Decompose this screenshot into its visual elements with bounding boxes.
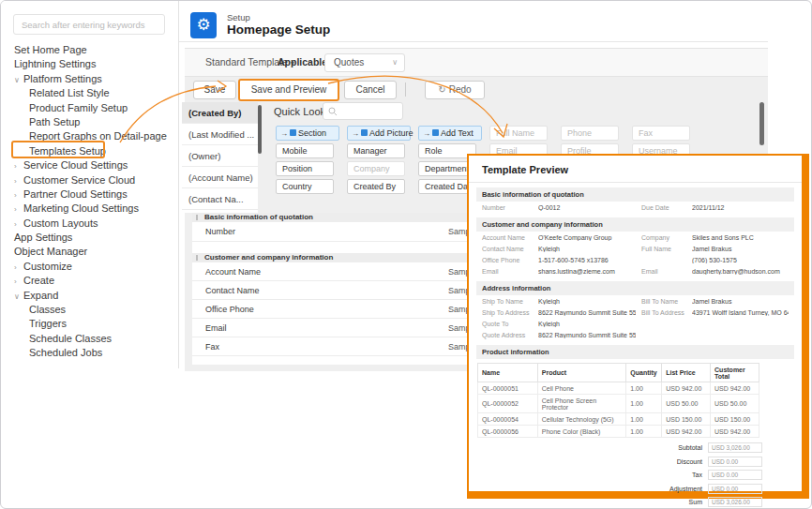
preview-row: Number Q-0012 Due Date 2021/11/12 [476, 202, 794, 213]
drag-handle-icon[interactable] [196, 255, 198, 261]
total-value: USD 0.00 [708, 484, 762, 494]
arrow-right-icon: → [280, 129, 288, 138]
preview-row: Contact Name Kyleigh Full Name Jamel Bra… [476, 243, 794, 254]
cell: QL-0000052 [478, 395, 538, 413]
field-list: (Created By) (Last Modified ... (Owner) … [182, 102, 258, 213]
sidebar-item-partner-cloud-settings[interactable]: ›Partner Cloud Settings [1, 187, 178, 202]
table-row: QL-0000054 Cellular Technology (5G) 1.00… [478, 413, 759, 426]
sidebar-item-lightning-settings[interactable]: Lightning Settings [1, 57, 178, 71]
sidebar-item-classes[interactable]: Classes [1, 303, 178, 317]
add-picture-button[interactable]: →Add Picture [347, 126, 411, 141]
sidebar-item-service-cloud-settings[interactable]: ›Service Cloud Settings [1, 158, 178, 172]
cell: QL-0000056 [478, 426, 538, 438]
page-title: Homepage Setup [227, 22, 330, 37]
field-list-item-owner[interactable]: (Owner) [182, 145, 258, 167]
chevron-right-icon: › [14, 261, 23, 275]
field-chip-fax[interactable]: Fax [632, 126, 690, 141]
column-header: Product [537, 364, 626, 382]
field-list-item-account-name[interactable]: (Account Name) [182, 167, 258, 188]
sidebar-item-scheduled-jobs[interactable]: Scheduled Jobs [1, 346, 178, 360]
sidebar-item-templates-setup[interactable]: Templates Setup [1, 144, 178, 158]
sidebar-item-custom-layouts[interactable]: ›Custom Layouts [1, 217, 178, 231]
app-window: Set Home Page Lightning Settings ∨Platfo… [0, 0, 812, 509]
field-value: shans.lustina@zieme.com [538, 268, 636, 275]
preview-row: Quote Address 8622 Raymundo Summit Suite… [476, 329, 794, 340]
sidebar-item-set-home-page[interactable]: Set Home Page [1, 43, 178, 57]
chevron-down-icon: ∨ [14, 290, 23, 304]
arrow-right-icon: → [423, 129, 430, 138]
field-value: 1-517-600-5745 x13786 [538, 257, 636, 263]
sidebar-item-triggers[interactable]: Triggers [1, 317, 178, 331]
block-icon [361, 129, 368, 136]
save-button[interactable]: Save [193, 81, 236, 99]
toolbar-divider [405, 82, 406, 97]
field-value: daugherty.barry@hudson.com [692, 268, 789, 275]
save-and-preview-button[interactable]: Save and Preview [238, 79, 339, 101]
field-value: Kyleigh [538, 246, 636, 252]
field-list-item-created-by[interactable]: (Created By) [182, 102, 258, 124]
field-chip-company[interactable]: Company [347, 161, 405, 176]
sidebar-item-platform-settings[interactable]: ∨Platform Settings [1, 72, 178, 86]
chevron-down-icon: ∨ [14, 73, 23, 87]
sidebar-item-expand[interactable]: ∨Expand [1, 289, 178, 303]
field-list-item-last-modified[interactable]: (Last Modified ... [182, 124, 258, 145]
redo-icon: ↻ [438, 84, 445, 95]
sidebar-item-customer-service-cloud[interactable]: ›Customer Service Cloud [1, 173, 178, 187]
select-chevron-icon: ∨ [392, 54, 398, 71]
sidebar-item-create[interactable]: ›Create [1, 274, 178, 288]
total-value: USD 0.00 [708, 457, 762, 467]
sidebar-item-related-list-style[interactable]: Related List Style [1, 86, 178, 100]
preview-row: Account Name O'Keefe Company Group Compa… [476, 232, 794, 243]
sidebar-item-schedule-classes[interactable]: Schedule Classes [1, 332, 178, 346]
sidebar-item-product-family-setup[interactable]: Product Family Setup [1, 101, 178, 115]
field-list-scrollbar-thumb[interactable] [258, 105, 262, 154]
field-label: Ship To Address [482, 309, 538, 316]
header-eyebrow: Setup [227, 12, 250, 22]
cancel-button[interactable]: Cancel [344, 81, 397, 99]
quick-look-search-input[interactable] [323, 102, 403, 120]
sidebar-item-path-setup[interactable]: Path Setup [1, 115, 178, 129]
sidebar-item-report-graphs[interactable]: Report Graphs on Detail-page [1, 129, 178, 143]
field-chip-manager[interactable]: Manager [347, 143, 405, 158]
chevron-right-icon: › [14, 188, 23, 202]
applicable-object-select[interactable]: Quotes∨ [324, 53, 405, 72]
cell: USD 942.00 [662, 382, 711, 395]
cell: Cell Phone Screen Protector [537, 395, 626, 413]
total-label: Sum [689, 499, 702, 505]
sidebar-search-input[interactable] [13, 14, 165, 35]
field-chip-phone[interactable]: Phone [561, 126, 619, 141]
total-value: USD 0.00 [708, 470, 762, 480]
cell: USD 942.00 [711, 382, 759, 395]
product-table: Name Product Quantity List Price Custome… [477, 363, 759, 438]
sidebar-item-marketing-cloud-settings[interactable]: ›Marketing Cloud Settings [1, 202, 178, 216]
field-label: Number [482, 204, 538, 211]
sidebar-item-app-settings[interactable]: App Settings [1, 231, 178, 245]
cell: 1.00 [626, 426, 662, 438]
field-label: Bill To Name [641, 298, 692, 305]
sidebar-item-customize[interactable]: ›Customize [1, 260, 178, 274]
sidebar-nav: Set Home Page Lightning Settings ∨Platfo… [1, 43, 178, 361]
add-section-button[interactable]: →Section [276, 126, 339, 141]
drag-handle-icon[interactable] [196, 215, 198, 220]
field-chip-mobile[interactable]: Mobile [276, 143, 334, 158]
field-label: Contact Name [482, 246, 538, 252]
field-chip-position[interactable]: Position [276, 161, 334, 176]
main-scrollbar-thumb[interactable] [759, 102, 764, 145]
preview-row: Email shans.lustina@zieme.com Email daug… [476, 265, 794, 277]
preview-section-basic: Basic information of quotation [476, 187, 794, 202]
arrow-right-icon: → [352, 129, 359, 138]
field-value: 8622 Raymundo Summit Suite 554 Greybull,… [538, 332, 636, 338]
field-list-item-contact-name[interactable]: (Contact Na... [182, 188, 258, 210]
total-value: USD 3,026.00 [708, 497, 762, 507]
add-text-button[interactable]: →Add Text [418, 126, 482, 141]
field-chip-country[interactable]: Country [276, 179, 334, 194]
redo-button[interactable]: ↻Redo [425, 81, 485, 99]
field-chip-full-name[interactable]: Full Name [489, 126, 548, 141]
quick-look-label: Quick Look [274, 106, 325, 117]
total-value: USD 3,026.00 [708, 442, 762, 453]
field-value: 8622 Raymundo Summit Suite 554 Greybull,… [538, 309, 636, 316]
search-icon [328, 107, 338, 116]
total-row-sum: Sum USD 3,026.00 [476, 497, 762, 507]
field-chip-created-by[interactable]: Created By [347, 179, 405, 194]
sidebar-item-object-manager[interactable]: Object Manager [1, 245, 178, 259]
